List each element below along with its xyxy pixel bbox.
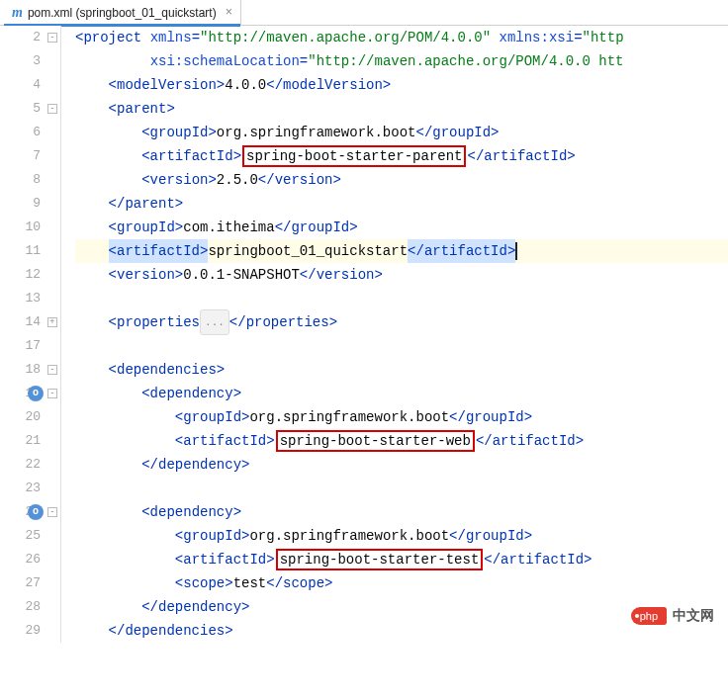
line-number: 24 bbox=[0, 500, 60, 524]
line-number: 19 bbox=[0, 382, 60, 405]
code-line: <dependencies> bbox=[75, 358, 728, 382]
code-line-current: <artifactId>springboot_01_quickstart</ar… bbox=[75, 239, 728, 263]
code-line bbox=[75, 477, 728, 500]
file-tab[interactable]: m pom.xml (springboot_01_quickstart) × bbox=[4, 0, 241, 26]
line-number: 6 bbox=[0, 121, 60, 144]
code-line: <version>2.5.0</version> bbox=[75, 168, 728, 192]
line-number: 11 bbox=[0, 239, 60, 263]
code-line: <groupId>org.springframework.boot</group… bbox=[75, 405, 728, 429]
code-line: <dependency> bbox=[75, 500, 728, 524]
code-line: -------- xsi:schemaLocation="http://mave… bbox=[75, 49, 728, 73]
line-number: 2 bbox=[0, 26, 60, 49]
code-line: <artifactId>spring-boot-starter-test</ar… bbox=[75, 548, 728, 571]
code-line: <groupId>org.springframework.boot</group… bbox=[75, 121, 728, 144]
line-number: 12 bbox=[0, 263, 60, 287]
fold-icon[interactable] bbox=[47, 389, 57, 398]
line-number: 10 bbox=[0, 216, 60, 239]
code-line: </dependency> bbox=[75, 453, 728, 477]
fold-icon[interactable] bbox=[47, 104, 57, 114]
code-line: <modelVersion>4.0.0</modelVersion> bbox=[75, 73, 728, 97]
caret bbox=[515, 242, 517, 260]
code-line bbox=[75, 334, 728, 358]
folded-marker[interactable]: ... bbox=[200, 309, 229, 335]
highlight-box: spring-boot-starter-web bbox=[276, 430, 475, 452]
line-number: 28 bbox=[0, 595, 60, 619]
code-line: </parent> bbox=[75, 192, 728, 216]
line-number: 7 bbox=[0, 144, 60, 168]
line-number: 17 bbox=[0, 334, 60, 358]
code-line: <artifactId>spring-boot-starter-web</art… bbox=[75, 429, 728, 453]
close-icon[interactable]: × bbox=[226, 6, 232, 20]
editor-tab-bar: m pom.xml (springboot_01_quickstart) × bbox=[0, 0, 728, 26]
code-line: <parent> bbox=[75, 97, 728, 121]
highlight-box: spring-boot-starter-test bbox=[276, 549, 484, 570]
gutter: 2 3 4 5 6 7 8 9 10 11 12 13 14 17 18 19 … bbox=[0, 26, 61, 643]
line-number: 4 bbox=[0, 73, 60, 97]
code-line: <scope>test</scope> bbox=[75, 571, 728, 595]
fold-icon[interactable] bbox=[47, 365, 57, 375]
code-line: <properties...</properties> bbox=[75, 310, 728, 334]
code-line: <groupId>org.springframework.boot</group… bbox=[75, 524, 728, 548]
line-number: 27 bbox=[0, 571, 60, 595]
line-number: 14 bbox=[0, 310, 60, 334]
line-number: 3 bbox=[0, 49, 60, 73]
code-line: <groupId>com.itheima</groupId> bbox=[75, 216, 728, 239]
code-line: <dependency> bbox=[75, 382, 728, 405]
line-number: 21 bbox=[0, 429, 60, 453]
line-number: 8 bbox=[0, 168, 60, 192]
code-content[interactable]: <project xmlns="http://maven.apache.org/… bbox=[61, 26, 728, 643]
code-editor[interactable]: 2 3 4 5 6 7 8 9 10 11 12 13 14 17 18 19 … bbox=[0, 26, 728, 643]
line-number: 18 bbox=[0, 358, 60, 382]
tab-label: pom.xml (springboot_01_quickstart) bbox=[28, 6, 217, 20]
line-number: 5 bbox=[0, 97, 60, 121]
line-number: 22 bbox=[0, 453, 60, 477]
code-line: <project xmlns="http://maven.apache.org/… bbox=[75, 26, 728, 49]
line-number: 13 bbox=[0, 287, 60, 310]
override-icon[interactable] bbox=[28, 386, 44, 401]
watermark-text: 中文网 bbox=[673, 607, 714, 625]
fold-icon[interactable] bbox=[47, 507, 57, 517]
line-number: 9 bbox=[0, 192, 60, 216]
line-number: 26 bbox=[0, 548, 60, 571]
line-number: 20 bbox=[0, 405, 60, 429]
code-line: <version>0.0.1-SNAPSHOT</version> bbox=[75, 263, 728, 287]
code-line: <artifactId>spring-boot-starter-parent</… bbox=[75, 144, 728, 168]
fold-icon[interactable] bbox=[47, 317, 57, 327]
watermark: php 中文网 bbox=[631, 607, 714, 625]
watermark-badge: php bbox=[631, 607, 667, 625]
highlight-box: spring-boot-starter-parent bbox=[242, 145, 466, 167]
code-line bbox=[75, 287, 728, 310]
line-number: 25 bbox=[0, 524, 60, 548]
fold-icon[interactable] bbox=[47, 33, 57, 43]
maven-icon: m bbox=[12, 5, 23, 21]
line-number: 29 bbox=[0, 619, 60, 643]
line-number: 23 bbox=[0, 477, 60, 500]
override-icon[interactable] bbox=[28, 504, 44, 520]
